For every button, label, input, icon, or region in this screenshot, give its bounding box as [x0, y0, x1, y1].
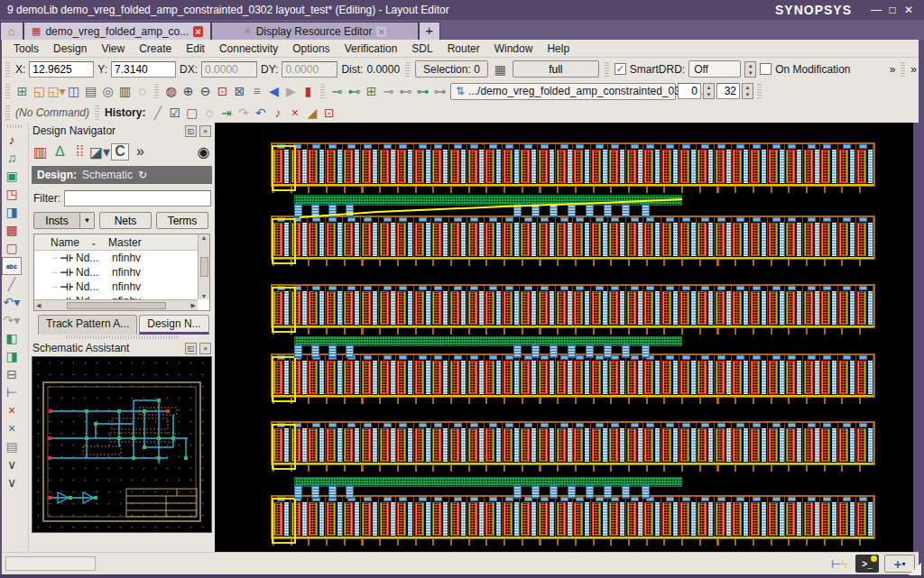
column-name[interactable]: Name — [34, 236, 90, 249]
unroute-net-icon[interactable]: ⊸ — [380, 83, 397, 100]
tab-display-resource-editor[interactable]: ✳ Display Resource Editor × — [211, 22, 419, 40]
redo-icon[interactable]: ↷ — [235, 104, 252, 121]
assistant-close-icon[interactable]: × — [199, 343, 211, 354]
y-coordinate-input[interactable] — [111, 61, 176, 78]
via-stack[interactable] — [328, 485, 337, 499]
open-icon[interactable]: ◱ — [31, 83, 48, 100]
tab-track-pattern-assistant[interactable]: Track Pattern A... — [38, 315, 137, 335]
refresh-icon[interactable]: ↻ — [138, 169, 147, 181]
table-row[interactable]: ┈⊣⊦Nd...nfinhv — [34, 265, 209, 280]
table-row[interactable]: ┈⊣⊦Nd...nfinhv — [34, 251, 209, 265]
via-stack[interactable] — [550, 344, 558, 358]
toolbar-overflow-icon[interactable]: » — [890, 63, 896, 76]
home-tab-button[interactable]: ⌂ — [0, 22, 23, 40]
device-row-6[interactable] — [271, 495, 875, 546]
via-stack[interactable] — [513, 344, 522, 358]
overflow-icon[interactable]: » — [132, 143, 149, 161]
measure-ruler-icon[interactable]: ╱ — [2, 275, 22, 293]
table-horizontal-scrollbar[interactable]: ◀ ▶ — [34, 299, 198, 310]
via-stack[interactable] — [550, 204, 558, 217]
via-stack[interactable] — [346, 204, 354, 217]
zoom-window-icon[interactable]: ◍ — [162, 83, 180, 100]
print-icon[interactable]: ▤ — [82, 83, 99, 100]
paste-special-icon[interactable]: ▤ — [2, 437, 22, 455]
smartdrd-spinner[interactable]: ▲▼ — [744, 61, 756, 78]
menu-item-view[interactable]: View — [95, 41, 131, 57]
insts-button[interactable]: Insts — [33, 212, 80, 229]
via-stack[interactable] — [346, 344, 354, 358]
zoom-fit-icon[interactable]: ⊡ — [214, 83, 231, 100]
select-region-icon[interactable]: ▢ — [183, 104, 200, 121]
redo-drop-icon[interactable]: ↷▾ — [2, 311, 22, 329]
zoom-out-icon[interactable]: ⊖ — [197, 83, 214, 100]
hierarchy-columns-icon[interactable]: ▥ — [32, 143, 49, 161]
create-pin-icon[interactable]: ⊢ — [2, 383, 22, 401]
via-stack[interactable] — [531, 204, 540, 217]
terms-button[interactable]: Terms — [156, 212, 208, 229]
via-stack[interactable] — [604, 485, 612, 499]
create-via-icon[interactable]: ◨ — [2, 203, 22, 221]
create-boundary-icon[interactable]: ▢ — [2, 239, 22, 257]
previous-view-icon[interactable]: ◀ — [265, 83, 282, 100]
smartdrd-checkbox[interactable]: ✓ — [614, 63, 626, 75]
fix-tool-icon[interactable]: ◢ — [303, 104, 320, 121]
via-stack[interactable] — [568, 344, 576, 358]
save-design-icon[interactable]: ◨ — [2, 347, 22, 365]
new-tab-button[interactable]: + — [419, 22, 440, 40]
display-level-low-input[interactable] — [678, 83, 701, 99]
find-icon[interactable]: ◌ — [134, 83, 151, 100]
via-stack[interactable] — [586, 485, 594, 499]
undo-drop-icon[interactable]: ↶▾ — [2, 293, 22, 311]
repeat-command-icon[interactable]: ♪ — [269, 104, 286, 121]
next-view-icon[interactable]: ▶ — [282, 83, 300, 100]
compare-balance-icon[interactable]: ∆ — [51, 143, 69, 161]
table-header[interactable]: Name ⌄ Master — [34, 234, 209, 251]
create-polygon-icon[interactable]: ◳ — [2, 185, 22, 203]
toolbar-grip[interactable] — [605, 61, 609, 78]
menu-item-sdl[interactable]: SDL — [405, 41, 439, 57]
inspect-zoom-icon[interactable]: ◌ — [200, 104, 217, 121]
create-array-icon[interactable]: ▩ — [2, 221, 22, 239]
scrollbar-thumb[interactable] — [200, 257, 208, 277]
layout-canvas[interactable] — [215, 123, 913, 552]
via-stack[interactable] — [346, 485, 354, 499]
via-stack[interactable] — [604, 344, 612, 358]
smartdrd-select[interactable]: Off — [688, 60, 741, 78]
show-cell-icon[interactable]: C — [111, 143, 129, 161]
level-low-spinner[interactable]: ▲▼ — [703, 83, 715, 99]
add-instance-icon[interactable]: ◧ — [2, 329, 22, 347]
schematic-assistant-canvas[interactable] — [32, 356, 212, 533]
menu-item-router[interactable]: Router — [441, 41, 486, 57]
via-stack[interactable] — [294, 344, 302, 358]
menu-item-create[interactable]: Create — [133, 41, 178, 57]
net-down-icon[interactable]: ⊶ — [431, 83, 448, 100]
via-stack[interactable] — [311, 485, 319, 499]
device-row-3[interactable] — [271, 284, 875, 335]
create-wire-icon[interactable]: ♫ — [2, 149, 22, 167]
on-modification-checkbox[interactable] — [760, 63, 772, 75]
eraser-drop-icon[interactable]: ◪▾ — [91, 143, 108, 161]
toolbar-grip[interactable] — [901, 61, 905, 78]
collapse-down-icon[interactable]: ∨ — [2, 473, 22, 491]
sort-icon[interactable]: ⌄ — [90, 238, 108, 247]
toolbar-grip[interactable] — [5, 105, 10, 119]
selection-count[interactable]: Selection: 0 — [415, 60, 488, 78]
tab-dre-close-icon[interactable]: × — [376, 26, 385, 37]
via-stack[interactable] — [622, 344, 630, 358]
filter-input[interactable] — [64, 190, 211, 206]
via-stack[interactable] — [642, 485, 650, 499]
pan-icon[interactable]: ≡ — [248, 83, 265, 100]
scroll-right-icon[interactable]: ▶ — [191, 302, 198, 309]
nets-button[interactable]: Nets — [99, 212, 152, 229]
via-stack[interactable] — [311, 204, 319, 217]
table-vertical-scrollbar[interactable]: ▲ ▼ — [198, 234, 209, 299]
level-high-spinner[interactable]: ▲▼ — [742, 83, 753, 99]
via-stack[interactable] — [622, 485, 630, 499]
scroll-up-icon[interactable]: ▲ — [201, 234, 208, 241]
tab-layout[interactable]: ▦ demo_vreg_folded_amp_co... × — [23, 22, 211, 40]
via-stack[interactable] — [328, 204, 337, 217]
scroll-left-icon[interactable]: ◀ — [34, 302, 41, 309]
via-stack[interactable] — [586, 344, 594, 358]
via-stack[interactable] — [622, 204, 630, 217]
via-stack[interactable] — [531, 485, 540, 499]
